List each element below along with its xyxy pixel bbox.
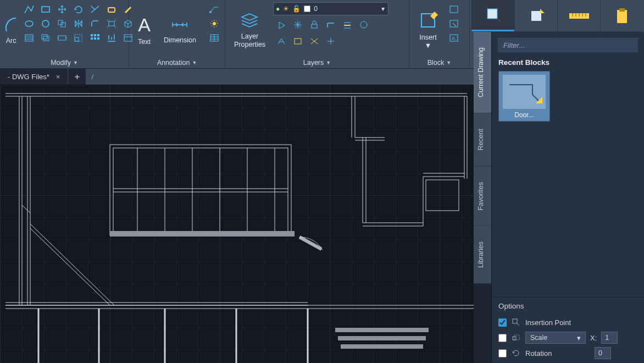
layer-walk-icon[interactable]: [356, 18, 372, 32]
palette-tab-new[interactable]: [514, 0, 557, 31]
polyline-icon[interactable]: [21, 2, 37, 16]
fillet-icon[interactable]: [87, 16, 103, 31]
layer-iso-icon[interactable]: [339, 18, 356, 32]
layer-properties-button[interactable]: LayerProperties: [229, 2, 271, 58]
svg-rect-6: [109, 21, 114, 26]
scale-icon: [511, 333, 521, 343]
rotation-icon: [511, 348, 521, 358]
svg-rect-45: [513, 319, 517, 323]
layer-match-icon[interactable]: [323, 18, 339, 32]
svg-rect-15: [97, 34, 99, 36]
ellipse-icon[interactable]: [21, 16, 37, 31]
drawing-svg: [0, 85, 474, 363]
trim-icon[interactable]: [87, 2, 103, 16]
side-tab-libraries[interactable]: Libraries: [474, 226, 491, 284]
svg-rect-0: [42, 7, 49, 12]
mirror-icon[interactable]: [70, 16, 87, 31]
palette-tab-clipboard[interactable]: [600, 0, 643, 31]
insert-button[interactable]: Insert▼: [413, 2, 443, 58]
edit-block-icon[interactable]: [446, 16, 462, 31]
copy-icon[interactable]: [54, 16, 70, 31]
svg-rect-11: [75, 37, 79, 41]
opt-scale: Scale▾ X: 1: [498, 330, 637, 345]
side-tab-recent[interactable]: Recent: [474, 113, 491, 167]
close-tab-icon[interactable]: ×: [56, 73, 60, 81]
layer-b-icon[interactable]: [290, 34, 306, 48]
svg-marker-40: [540, 9, 545, 13]
svg-rect-13: [91, 34, 93, 36]
block-caption: Door...: [514, 111, 534, 119]
svg-rect-14: [94, 34, 96, 36]
svg-rect-25: [295, 38, 301, 44]
blocks-panel: Filter... Recent Blocks Door... Options …: [491, 32, 644, 363]
layer-c-icon[interactable]: [306, 34, 323, 48]
side-tab-current[interactable]: Current Drawing: [474, 32, 491, 113]
svg-text:A: A: [452, 36, 455, 41]
text-button[interactable]: A Text: [132, 2, 156, 58]
scale-dropdown[interactable]: Scale▾: [525, 332, 586, 344]
attr-block-icon[interactable]: A: [446, 31, 462, 45]
palette-tab-measure[interactable]: [557, 0, 600, 31]
stretch-icon[interactable]: [54, 31, 70, 45]
new-tab-button[interactable]: +: [68, 69, 86, 85]
rotation-label: Rotation: [525, 349, 590, 358]
svg-point-24: [360, 21, 367, 28]
arc-button[interactable]: Arc: [3, 2, 19, 58]
explode-icon[interactable]: [103, 16, 120, 31]
drawing-canvas[interactable]: [0, 85, 474, 363]
rotate-icon[interactable]: [70, 2, 87, 16]
layer-off-icon[interactable]: [273, 18, 290, 32]
array-icon[interactable]: [87, 31, 103, 45]
layer-selector[interactable]: ● ☀ 🔓 0 ▾: [273, 2, 388, 15]
layers-panel-title[interactable]: Layers▼: [229, 58, 406, 67]
leader-icon[interactable]: [206, 2, 223, 16]
recent-blocks-header: Recent Blocks: [492, 56, 644, 71]
side-tab-favorites[interactable]: Favorites: [474, 167, 491, 226]
opt-rotation: Rotation 0: [498, 345, 637, 361]
svg-rect-39: [531, 11, 541, 21]
svg-rect-17: [94, 37, 96, 40]
insertion-point-icon: [511, 317, 521, 327]
svg-rect-43: [619, 8, 625, 12]
x-label: X:: [590, 334, 597, 342]
rotation-checkbox[interactable]: [498, 349, 507, 358]
svg-rect-9: [43, 36, 49, 41]
create-block-icon[interactable]: [446, 2, 462, 16]
modify-tool-grid: [21, 2, 136, 45]
layer-freeze-icon[interactable]: [290, 18, 306, 32]
offset-icon[interactable]: [37, 31, 54, 45]
scale-icon[interactable]: [70, 31, 87, 45]
panel-annotation: A Text Dimension Annotation▼: [129, 0, 225, 68]
scale-x-field[interactable]: 1: [601, 332, 618, 344]
dimension-button[interactable]: Dimension: [158, 2, 202, 58]
palette-tab-blocks[interactable]: [471, 0, 514, 31]
modify-panel-title[interactable]: Modify▼: [3, 58, 125, 67]
layer-lock-icon[interactable]: [306, 18, 323, 32]
block-thumb: [503, 75, 546, 109]
erase-icon[interactable]: [103, 2, 120, 16]
options-header: Options: [498, 302, 637, 310]
options-section: Options Insertion Point Scale▾ X: 1: [492, 297, 644, 363]
file-tab-label: - DWG Files*: [8, 73, 49, 81]
rectangle-icon[interactable]: [37, 2, 54, 16]
insertion-point-checkbox[interactable]: [498, 318, 507, 327]
circle-icon[interactable]: [37, 16, 54, 31]
scale-checkbox[interactable]: [498, 334, 507, 342]
layer-d-icon[interactable]: [323, 34, 339, 48]
table-icon[interactable]: [206, 31, 223, 45]
align-icon[interactable]: [103, 31, 120, 45]
svg-rect-18: [97, 37, 99, 40]
move-icon[interactable]: [54, 2, 70, 16]
rotation-field[interactable]: 0: [595, 347, 611, 359]
hatch-icon[interactable]: [21, 31, 37, 45]
sun-icon[interactable]: [206, 16, 223, 31]
opt-insertion-point: Insertion Point: [498, 315, 637, 330]
layer-a-icon[interactable]: [273, 34, 290, 48]
block-panel-title[interactable]: Block▼: [413, 58, 466, 67]
annotation-panel-title[interactable]: Annotation▼: [132, 58, 221, 67]
filter-input[interactable]: Filter...: [497, 37, 639, 53]
svg-point-21: [213, 22, 216, 25]
block-tile-door[interactable]: Door...: [498, 71, 550, 122]
arc-label: Arc: [6, 37, 16, 45]
file-tab[interactable]: - DWG Files* ×: [0, 69, 68, 85]
